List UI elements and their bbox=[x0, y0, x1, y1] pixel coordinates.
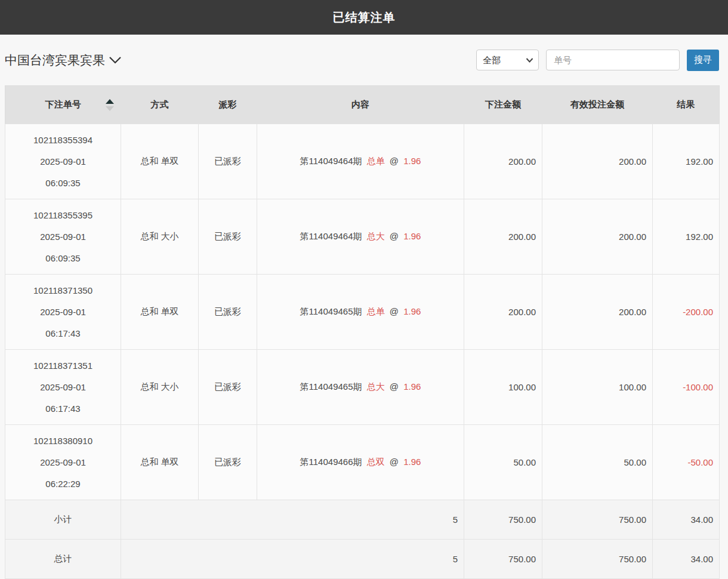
order-id: 102118355395 bbox=[5, 211, 121, 220]
page-title: 已结算注单 bbox=[333, 10, 396, 26]
filter-select[interactable]: 全部 bbox=[476, 50, 539, 70]
bet-amount-cell: 200.00 bbox=[464, 199, 542, 275]
order-id: 102118371351 bbox=[5, 361, 121, 370]
result-cell: -50.00 bbox=[653, 425, 720, 500]
order-time: 06:22:29 bbox=[5, 479, 121, 488]
filter-select-wrap: 全部 bbox=[476, 50, 539, 70]
result-cell: 192.00 bbox=[653, 199, 720, 275]
pick-label: 总单 bbox=[367, 156, 385, 166]
odds-at-symbol: @ bbox=[390, 381, 399, 392]
table-header-row: 下注单号 方式 派彩 内容 下注金额 有效投注金额 结果 bbox=[5, 86, 720, 124]
period-label: 第114049466期 bbox=[300, 457, 362, 467]
bet-amount-cell: 200.00 bbox=[464, 275, 542, 350]
order-cell: 102118380910 2025-09-01 06:22:29 bbox=[5, 425, 121, 500]
table-row: 102118371351 2025-09-01 06:17:43 总和 大小 已… bbox=[5, 350, 720, 425]
sort-asc-icon bbox=[106, 99, 114, 104]
total-count: 5 bbox=[121, 540, 464, 579]
pick-label: 总双 bbox=[367, 457, 385, 467]
payout-status-cell: 已派彩 bbox=[199, 124, 257, 199]
sort-indicator[interactable] bbox=[106, 99, 114, 111]
method-cell: 总和 大小 bbox=[121, 199, 199, 275]
odds-value: 1.96 bbox=[403, 457, 421, 467]
order-time: 06:09:35 bbox=[5, 254, 121, 263]
order-time: 06:17:43 bbox=[5, 404, 121, 413]
odds-value: 1.96 bbox=[403, 306, 421, 316]
lottery-name: 中国台湾宾果宾果 bbox=[5, 52, 105, 69]
odds-value: 1.96 bbox=[403, 231, 421, 241]
bet-amount-cell: 50.00 bbox=[464, 425, 542, 500]
table-row: 102118371350 2025-09-01 06:17:43 总和 单双 已… bbox=[5, 275, 720, 350]
odds-at-symbol: @ bbox=[390, 231, 399, 241]
col-header-bet-amount[interactable]: 下注金额 bbox=[464, 86, 542, 124]
order-date: 2025-09-01 bbox=[5, 383, 121, 392]
lottery-selector[interactable]: 中国台湾宾果宾果 bbox=[5, 52, 122, 69]
subtotal-count: 5 bbox=[121, 500, 464, 540]
period-label: 第114049465期 bbox=[300, 381, 362, 392]
result-cell: -100.00 bbox=[653, 350, 720, 425]
order-id: 102118371350 bbox=[5, 286, 121, 295]
period-label: 第114049465期 bbox=[300, 306, 362, 316]
col-header-payout[interactable]: 派彩 bbox=[199, 86, 257, 124]
order-date: 2025-09-01 bbox=[5, 157, 121, 166]
order-date: 2025-09-01 bbox=[5, 232, 121, 241]
total-result: 34.00 bbox=[653, 540, 720, 579]
col-header-method[interactable]: 方式 bbox=[121, 86, 199, 124]
valid-amount-cell: 100.00 bbox=[542, 350, 653, 425]
bet-amount-cell: 200.00 bbox=[464, 124, 542, 199]
chevron-down-icon bbox=[109, 53, 122, 67]
pick-label: 总单 bbox=[367, 306, 385, 316]
pick-label: 总大 bbox=[367, 381, 385, 392]
odds-value: 1.96 bbox=[403, 381, 421, 392]
method-cell: 总和 单双 bbox=[121, 275, 199, 350]
subtotal-valid-amount: 750.00 bbox=[542, 500, 653, 540]
result-cell: 192.00 bbox=[653, 124, 720, 199]
app-header: 已结算注单 bbox=[0, 0, 728, 35]
content-cell: 第114049465期 总大 @ 1.96 bbox=[257, 350, 464, 425]
subtotal-row: 小计 5 750.00 750.00 34.00 bbox=[5, 500, 720, 540]
bet-amount-cell: 100.00 bbox=[464, 350, 542, 425]
odds-at-symbol: @ bbox=[390, 156, 399, 166]
payout-status-cell: 已派彩 bbox=[199, 275, 257, 350]
order-id: 102118380910 bbox=[5, 436, 121, 445]
order-cell: 102118355395 2025-09-01 06:09:35 bbox=[5, 199, 121, 275]
order-cell: 102118371351 2025-09-01 06:17:43 bbox=[5, 350, 121, 425]
col-header-label: 下注单号 bbox=[45, 99, 81, 109]
order-time: 06:09:35 bbox=[5, 178, 121, 187]
main-content: 中国台湾宾果宾果 全部 搜寻 bbox=[0, 35, 728, 579]
search-button[interactable]: 搜寻 bbox=[687, 50, 719, 71]
search-controls: 全部 搜寻 bbox=[476, 50, 719, 71]
order-id: 102118355394 bbox=[5, 135, 121, 144]
order-cell: 102118371350 2025-09-01 06:17:43 bbox=[5, 275, 121, 350]
content-cell: 第114049466期 总双 @ 1.96 bbox=[257, 425, 464, 500]
subtotal-result: 34.00 bbox=[653, 500, 720, 540]
content-cell: 第114049465期 总单 @ 1.96 bbox=[257, 275, 464, 350]
valid-amount-cell: 200.00 bbox=[542, 199, 653, 275]
col-header-valid-amount[interactable]: 有效投注金额 bbox=[542, 86, 653, 124]
method-cell: 总和 单双 bbox=[121, 124, 199, 199]
valid-amount-cell: 200.00 bbox=[542, 275, 653, 350]
col-header-order-id[interactable]: 下注单号 bbox=[5, 86, 121, 124]
pick-label: 总大 bbox=[367, 231, 385, 241]
result-cell: -200.00 bbox=[653, 275, 720, 350]
total-label: 总计 bbox=[5, 540, 121, 579]
method-cell: 总和 大小 bbox=[121, 350, 199, 425]
col-header-result[interactable]: 结果 bbox=[653, 86, 720, 124]
valid-amount-cell: 50.00 bbox=[542, 425, 653, 500]
valid-amount-cell: 200.00 bbox=[542, 124, 653, 199]
table-row: 102118355395 2025-09-01 06:09:35 总和 大小 已… bbox=[5, 199, 720, 275]
method-cell: 总和 单双 bbox=[121, 425, 199, 500]
table-row: 102118355394 2025-09-01 06:09:35 总和 单双 已… bbox=[5, 124, 720, 199]
content-cell: 第114049464期 总单 @ 1.96 bbox=[257, 124, 464, 199]
order-cell: 102118355394 2025-09-01 06:09:35 bbox=[5, 124, 121, 199]
total-valid-amount: 750.00 bbox=[542, 540, 653, 579]
odds-at-symbol: @ bbox=[390, 457, 399, 467]
settled-bets-table: 下注单号 方式 派彩 内容 下注金额 有效投注金额 结果 10211835539… bbox=[5, 85, 720, 579]
table-row: 102118380910 2025-09-01 06:22:29 总和 单双 已… bbox=[5, 425, 720, 500]
order-date: 2025-09-01 bbox=[5, 307, 121, 316]
col-header-content[interactable]: 内容 bbox=[257, 86, 464, 124]
content-cell: 第114049464期 总大 @ 1.96 bbox=[257, 199, 464, 275]
subtotal-bet-amount: 750.00 bbox=[464, 500, 542, 540]
period-label: 第114049464期 bbox=[300, 156, 362, 166]
order-search-input[interactable] bbox=[546, 50, 680, 70]
order-time: 06:17:43 bbox=[5, 329, 121, 338]
